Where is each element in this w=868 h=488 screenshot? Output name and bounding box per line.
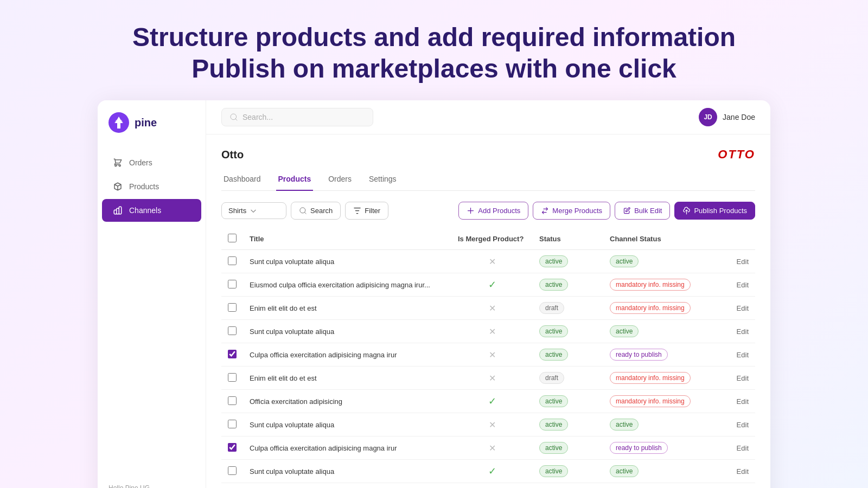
row-status: active [533,250,603,273]
row-is-merged: ✓ [451,460,533,483]
row-edit[interactable]: Edit [723,413,755,436]
row-checkbox[interactable] [228,280,237,288]
channel-status-badge: ready to publish [610,442,668,454]
row-status: active [533,436,603,460]
publish-icon [682,207,691,215]
edit-link[interactable]: Edit [737,467,749,476]
products-table: Title Is Merged Product? Status Channel … [221,228,755,483]
row-checkbox[interactable] [228,466,237,475]
row-edit[interactable]: Edit [723,273,755,297]
merge-products-button[interactable]: Merge Products [533,202,610,220]
check-icon: ✓ [488,396,496,407]
row-edit[interactable]: Edit [723,436,755,460]
edit-link[interactable]: Edit [737,421,749,429]
bulk-edit-button[interactable]: Bulk Edit [615,202,670,220]
row-status: draft [533,297,603,320]
row-edit[interactable]: Edit [723,343,755,367]
edit-link[interactable]: Edit [737,258,749,266]
merge-icon [541,207,549,215]
chevron-down-icon [250,207,257,215]
edit-link[interactable]: Edit [737,397,749,406]
search-box[interactable]: Search... [221,108,373,126]
category-filter[interactable]: Shirts [221,202,286,219]
row-title: Sunt culpa voluptate aliqua [243,320,451,343]
edit-link[interactable]: Edit [737,374,749,382]
row-checkbox[interactable] [228,373,237,382]
status-badge: active [539,255,568,267]
tab-dashboard[interactable]: Dashboard [221,170,263,191]
channel-header: Otto OTTO [221,147,755,162]
row-title: Culpa officia exercitation adipisicing m… [243,436,451,460]
row-edit[interactable]: Edit [723,367,755,390]
row-is-merged: ✕ [451,250,533,273]
channel-status-badge: mandatory info. missing [610,395,691,407]
edit-link[interactable]: Edit [737,444,749,452]
row-edit[interactable]: Edit [723,320,755,343]
row-is-merged: ✕ [451,320,533,343]
plus-icon [467,207,475,215]
select-all-checkbox[interactable] [228,234,237,242]
row-status: active [533,320,603,343]
row-is-merged: ✕ [451,297,533,320]
edit-link[interactable]: Edit [737,281,749,289]
row-edit[interactable]: Edit [723,390,755,413]
edit-icon [623,207,631,215]
row-title: Sunt culpa voluptate aliqua [243,413,451,436]
table-row: Culpa officia exercitation adipisicing m… [221,436,755,460]
hero-title: Structure products and add required info… [11,22,857,84]
row-edit[interactable]: Edit [723,297,755,320]
hero-section: Structure products and add required info… [0,0,868,100]
publish-products-button[interactable]: Publish Products [674,202,755,220]
row-is-merged: ✕ [451,436,533,460]
row-title: Sunt culpa voluptate aliqua [243,460,451,483]
row-channel-status: mandatory info. missing [603,273,723,297]
row-channel-status: mandatory info. missing [603,390,723,413]
row-checkbox[interactable] [228,350,237,358]
sidebar-item-products[interactable]: Products [102,175,201,198]
user-name: Jane Doe [723,113,755,121]
row-edit[interactable]: Edit [723,250,755,273]
add-products-button[interactable]: Add Products [458,202,528,220]
row-checkbox[interactable] [228,420,237,428]
table-row: Eiusmod culpa officia exercitation adipi… [221,273,755,297]
x-icon: ✕ [489,327,496,336]
row-edit[interactable]: Edit [723,460,755,483]
channels-icon [113,206,123,215]
otto-logo: OTTO [718,147,755,162]
channel-status-badge: active [610,465,639,477]
row-is-merged: ✓ [451,273,533,297]
row-title: Eiusmod culpa officia exercitation adipi… [243,273,451,297]
row-status: active [533,390,603,413]
edit-link[interactable]: Edit [737,351,749,359]
x-icon: ✕ [489,257,496,266]
row-channel-status: active [603,320,723,343]
status-badge: active [539,325,568,337]
tab-settings[interactable]: Settings [367,170,399,191]
channel-status-badge: ready to publish [610,349,668,361]
col-header-status: Status [533,228,603,250]
sidebar-item-channels[interactable]: Channels [102,199,201,222]
row-checkbox[interactable] [228,396,237,405]
table-row: Enim elit elit do et est✕draftmandatory … [221,367,755,390]
status-badge: active [539,419,568,431]
toolbar-right: Add Products Merge Products Bulk Edit [458,202,755,220]
sidebar-item-orders-label: Orders [129,158,152,167]
row-is-merged: ✕ [451,343,533,367]
edit-link[interactable]: Edit [737,328,749,336]
tab-orders[interactable]: Orders [326,170,354,191]
row-is-merged: ✓ [451,390,533,413]
status-badge: draft [539,302,564,314]
row-checkbox[interactable] [228,256,237,265]
tab-products[interactable]: Products [276,170,314,191]
filter-button[interactable]: Filter [345,202,388,220]
app-shell: pine Orders Products Channels [98,100,770,488]
row-checkbox[interactable] [228,443,237,452]
sidebar-item-orders[interactable]: Orders [102,151,201,174]
row-checkbox[interactable] [228,326,237,335]
row-checkbox[interactable] [228,303,237,312]
status-badge: active [539,442,568,454]
table-row: Officia exercitation adipisicing✓activem… [221,390,755,413]
search-btn-icon [299,207,307,215]
edit-link[interactable]: Edit [737,304,749,312]
search-button[interactable]: Search [291,202,341,220]
